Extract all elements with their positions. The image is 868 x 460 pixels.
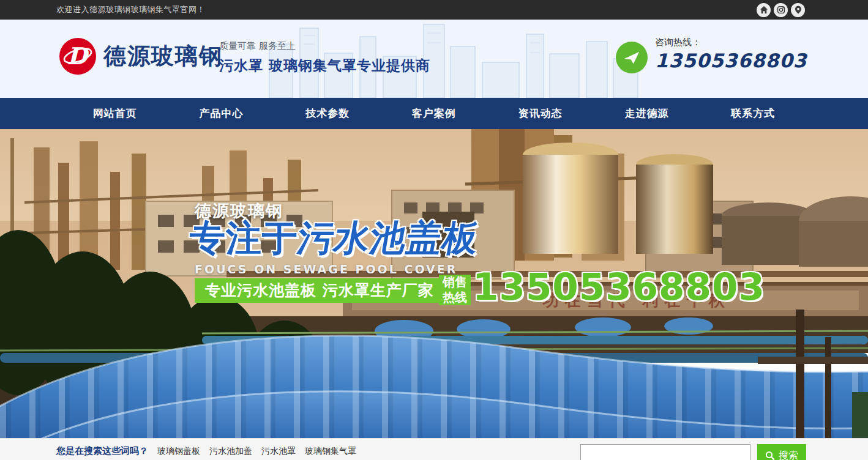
magnifier-icon [765, 451, 775, 460]
instagram-icon[interactable] [774, 3, 788, 17]
hero-hotline-label: 销售 热线 [439, 275, 471, 305]
nav-item-tech-params[interactable]: 技术参数 [274, 98, 381, 129]
search-input[interactable] [580, 444, 750, 460]
hero-tagline-badge: 专业污水池盖板 污水罩生产厂家 [195, 278, 444, 303]
keyword-link[interactable]: 污水池加盖 [209, 446, 252, 457]
keyword-link[interactable]: 玻璃钢集气罩 [305, 446, 356, 457]
home-icon[interactable] [757, 3, 771, 17]
nav-item-products[interactable]: 产品中心 [168, 98, 275, 129]
logo-letter: D [67, 42, 90, 70]
keyword-link[interactable]: 污水池罩 [261, 446, 296, 457]
logo-icon: D [58, 37, 97, 76]
logo[interactable]: D 德源玻璃钢 [58, 37, 223, 76]
logo-text: 德源玻璃钢 [103, 41, 223, 72]
hotline-label: 咨询热线： [655, 37, 807, 48]
topbar: 欢迎进入德源玻璃钢玻璃钢集气罩官网！ [0, 0, 868, 20]
header-hotline: 咨询热线： 13505368803 [616, 37, 807, 73]
hero-hotline-label-line2: 热线 [439, 290, 471, 305]
header-slogan: 质量可靠 服务至上 污水罩 玻璃钢集气罩专业提供商 [219, 40, 430, 75]
paper-plane-icon [616, 42, 648, 73]
nav-item-about[interactable]: 走进德源 [594, 98, 700, 129]
search-button-label: 搜索 [779, 450, 798, 460]
hero-headline: 专注于污水池盖板 [190, 215, 479, 262]
hero-subheadline-en: FOUCS ON SEWAGE POOL COVER [195, 262, 457, 276]
location-icon[interactable] [791, 3, 805, 17]
nav-item-home[interactable]: 网站首页 [62, 98, 168, 129]
slogan-main: 污水罩 玻璃钢集气罩专业提供商 [219, 56, 430, 75]
hero-hotline-label-line1: 销售 [439, 275, 471, 290]
search-keywords: 您是在搜索这些词吗？ 玻璃钢盖板 污水池加盖 污水池罩 玻璃钢集气罩 [56, 445, 356, 457]
hero-banner[interactable]: 功在当代 利在千秋 [0, 129, 868, 438]
search-prompt: 您是在搜索这些词吗？ [56, 445, 148, 457]
slogan-quality: 质量可靠 服务至上 [219, 40, 430, 52]
keyword-link[interactable]: 玻璃钢盖板 [157, 446, 200, 457]
hotline-number: 13505368803 [655, 50, 807, 72]
nav-inner: 网站首页 产品中心 技术参数 客户案例 资讯动态 走进德源 联系方式 [62, 98, 806, 129]
page: 欢迎进入德源玻璃钢玻璃钢集气罩官网！ [0, 0, 868, 460]
social-icons [757, 3, 805, 17]
search-section: 您是在搜索这些词吗？ 玻璃钢盖板 污水池加盖 污水池罩 玻璃钢集气罩 搜索 [0, 438, 868, 460]
hero-headline-prefix: 专注于 [190, 217, 298, 259]
nav-item-news[interactable]: 资讯动态 [487, 98, 594, 129]
search-button[interactable]: 搜索 [757, 444, 806, 460]
hero-hotline-number: 13505368803 [473, 265, 765, 308]
nav-item-cases[interactable]: 客户案例 [381, 98, 487, 129]
header: D 德源玻璃钢 质量可靠 服务至上 污水罩 玻璃钢集气罩专业提供商 咨询热线： … [0, 20, 868, 98]
nav-item-contact[interactable]: 联系方式 [700, 98, 806, 129]
hero-headline-main: 污水池盖板 [294, 215, 483, 262]
welcome-text: 欢迎进入德源玻璃钢玻璃钢集气罩官网！ [56, 4, 205, 15]
main-nav: 网站首页 产品中心 技术参数 客户案例 资讯动态 走进德源 联系方式 [0, 98, 868, 129]
